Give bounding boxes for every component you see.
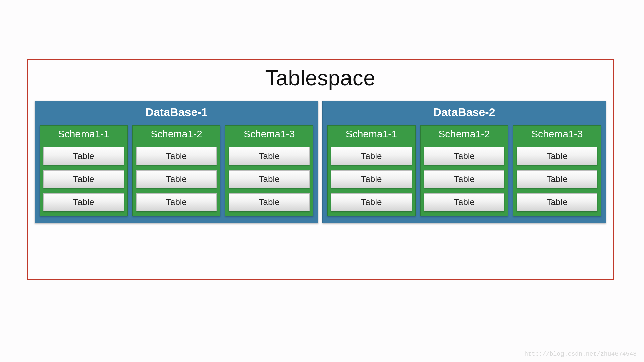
table-item: Table bbox=[424, 193, 505, 211]
table-item: Table bbox=[229, 193, 310, 211]
table-item: Table bbox=[43, 170, 124, 188]
databases-row: DataBase-1 Schema1-1 Table Table Table S… bbox=[35, 101, 606, 223]
table-item: Table bbox=[43, 147, 124, 165]
watermark-text: http://blog.csdn.net/zhu4674548 bbox=[524, 351, 637, 357]
schema-2-3: Schema1-3 Table Table Table bbox=[513, 125, 601, 216]
tablespace-title: Tablespace bbox=[35, 66, 606, 90]
tablespace-container: Tablespace DataBase-1 Schema1-1 Table Ta… bbox=[27, 59, 614, 280]
database-1: DataBase-1 Schema1-1 Table Table Table S… bbox=[35, 101, 318, 223]
table-item: Table bbox=[424, 147, 505, 165]
table-item: Table bbox=[136, 170, 217, 188]
table-item: Table bbox=[43, 193, 124, 211]
schema-1-1: Schema1-1 Table Table Table bbox=[40, 125, 128, 216]
schema-1-3: Schema1-3 Table Table Table bbox=[225, 125, 313, 216]
table-item: Table bbox=[136, 193, 217, 211]
table-item: Table bbox=[331, 147, 412, 165]
table-item: Table bbox=[517, 193, 597, 211]
schema-1-1-title: Schema1-1 bbox=[43, 128, 124, 140]
schema-1-2-title: Schema1-2 bbox=[136, 128, 217, 140]
table-item: Table bbox=[229, 170, 310, 188]
database-2-title: DataBase-2 bbox=[327, 106, 601, 119]
schema-1-2: Schema1-2 Table Table Table bbox=[132, 125, 221, 216]
table-item: Table bbox=[517, 170, 597, 188]
table-item: Table bbox=[331, 170, 412, 188]
table-item: Table bbox=[229, 147, 310, 165]
table-item: Table bbox=[136, 147, 217, 165]
table-item: Table bbox=[517, 147, 597, 165]
schema-2-2-title: Schema1-2 bbox=[424, 128, 505, 140]
schema-2-2: Schema1-2 Table Table Table bbox=[420, 125, 508, 216]
schema-2-3-title: Schema1-3 bbox=[517, 128, 597, 140]
database-1-schemas: Schema1-1 Table Table Table Schema1-2 Ta… bbox=[40, 125, 313, 216]
database-2-schemas: Schema1-1 Table Table Table Schema1-2 Ta… bbox=[327, 125, 601, 216]
database-2: DataBase-2 Schema1-1 Table Table Table S… bbox=[322, 101, 606, 223]
table-item: Table bbox=[331, 193, 412, 211]
schema-2-1-title: Schema1-1 bbox=[331, 128, 412, 140]
table-item: Table bbox=[424, 170, 505, 188]
database-1-title: DataBase-1 bbox=[40, 106, 313, 119]
schema-2-1: Schema1-1 Table Table Table bbox=[327, 125, 416, 216]
schema-1-3-title: Schema1-3 bbox=[229, 128, 310, 140]
